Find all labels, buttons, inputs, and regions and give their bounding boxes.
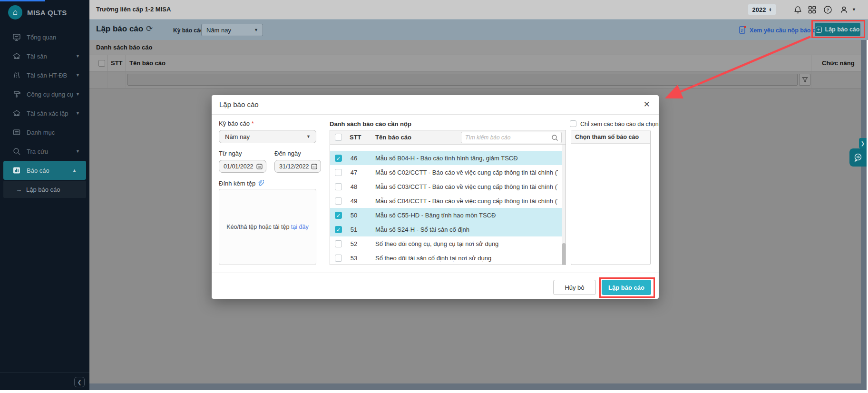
chat-expand-tab[interactable]: ❯ [859, 138, 867, 148]
sidebar-subitem-lap-bao-cao[interactable]: → Lập báo cáo [3, 181, 86, 198]
modal-period-select[interactable]: Năm nay ▼ [219, 130, 316, 143]
only-selected-checkbox[interactable] [570, 120, 576, 127]
chevron-down-icon: ▼ [76, 73, 80, 78]
modal-period-label: Kỳ báo cáo * [219, 120, 254, 127]
sidebar-item-cong-cu-dung-cu[interactable]: Công cụ dụng cụ ▼ [0, 85, 89, 104]
sidebar-item-label: Tài sản [27, 53, 47, 60]
from-date-input[interactable]: 01/01/2022 [219, 160, 266, 173]
report-name: Mẫu số C55-HD - Bảng tính hao mòn TSCĐ [375, 212, 558, 219]
report-checkbox[interactable] [335, 255, 342, 262]
reports-scrollbar[interactable] [562, 145, 566, 265]
chevron-down-icon: ▼ [306, 134, 311, 139]
select-all-reports-checkbox[interactable] [335, 134, 342, 141]
app-frame-right [861, 40, 867, 390]
report-row[interactable]: ✓ 46 Mẫu số B04-H - Báo cáo tình hình tă… [330, 151, 566, 165]
calendar-icon [256, 163, 263, 169]
funnel-icon [802, 77, 808, 83]
dropzone-text: Kéo/thả tệp hoặc tải tệp [226, 224, 289, 230]
report-search-input[interactable] [465, 134, 551, 141]
sidebar-item-tai-san-ht-db[interactable]: Tài sản HT-ĐB ▼ [0, 66, 89, 85]
upload-file-link[interactable]: tại đây [291, 224, 309, 230]
report-row[interactable]: ✓ 50 Mẫu số C55-HD - Bảng tính hao mòn T… [330, 208, 566, 222]
name-filter-input[interactable] [127, 74, 798, 86]
report-list-section-title: Danh sách báo cáo [96, 44, 152, 51]
report-checkbox[interactable]: ✓ [335, 155, 342, 162]
close-icon[interactable]: ✕ [644, 99, 650, 109]
asset-icon [12, 52, 21, 60]
misa-logo-icon: ⌂ [8, 5, 22, 20]
report-stt: 49 [348, 197, 360, 205]
reports-table-header: STT Tên báo cáo [330, 130, 566, 145]
calendar-icon [311, 163, 317, 169]
report-stt: 46 [348, 155, 360, 162]
report-row[interactable]: 49 Mẫu số C04/CCTT - Báo cáo về việc cun… [330, 194, 566, 208]
sidebar-item-label: Tra cứu [27, 148, 48, 155]
sidebar-item-bao-cao[interactable]: Báo cáo ▲ [3, 161, 86, 180]
report-row[interactable]: 53 Sổ theo dõi tài sản cố định tại nơi s… [330, 251, 566, 265]
year-selector[interactable]: 2022 ▲▼ [748, 4, 776, 15]
create-report-modal: Lập báo cáo ✕ Kỳ báo cáo * Năm nay ▼ Từ … [212, 95, 659, 299]
report-period-select[interactable]: Năm nay ▼ [201, 24, 263, 36]
report-name: Mẫu số C03/CCTT - Báo cáo về việc cung c… [375, 183, 558, 190]
report-period-value: Năm nay [206, 27, 231, 34]
year-spinner-icon[interactable]: ▲▼ [769, 8, 771, 11]
sidebar-collapse-button[interactable]: ❮ [74, 377, 85, 387]
report-row[interactable]: ✓ 51 Mẫu số S24-H - Sổ tài sản cố định [330, 222, 566, 236]
organization-name: Trường liên cấp 1-2 MISA [96, 6, 171, 13]
from-date-label: Từ ngày [219, 150, 242, 157]
report-grid-header: STT Tên báo cáo Chức năng [89, 55, 861, 71]
file-dropzone[interactable]: Kéo/thả tệp hoặc tải tệp tại đây [219, 189, 316, 265]
select-all-checkbox[interactable] [98, 60, 105, 67]
chevron-down-icon: ▼ [76, 111, 80, 116]
report-name: Sổ theo dõi tài sản cố định tại nơi sử d… [375, 255, 558, 262]
sidebar-item-tai-san-xac-lap[interactable]: Tài sản xác lập ▼ [0, 104, 89, 123]
toolbar: Lập báo cáo ⟳ Kỳ báo cáo Năm nay ▼ Xem y… [89, 19, 868, 40]
report-stt: 50 [348, 212, 360, 219]
from-date-value: 01/01/2022 [224, 163, 254, 170]
svg-text:?: ? [827, 8, 829, 12]
user-avatar-icon[interactable] [839, 5, 848, 14]
to-date-input[interactable]: 31/12/2022 [274, 160, 321, 173]
stt-column-header: STT [350, 134, 361, 141]
notification-bell-icon[interactable] [793, 5, 802, 14]
dashboard-icon [12, 33, 21, 41]
report-checkbox[interactable] [335, 197, 342, 205]
report-checkbox[interactable] [335, 169, 342, 176]
report-checkbox[interactable]: ✓ [335, 212, 342, 219]
scrollbar-thumb[interactable] [562, 243, 566, 265]
chevron-up-icon: ▲ [72, 168, 77, 173]
chat-bubble-icon [853, 153, 863, 162]
chevron-down-icon: ▼ [76, 92, 80, 97]
filter-funnel-button[interactable] [799, 74, 810, 86]
create-report-button[interactable]: + Lập báo cáo [815, 23, 860, 36]
report-checkbox[interactable]: ✓ [335, 226, 342, 233]
report-checkbox[interactable] [335, 183, 342, 190]
user-menu-caret-icon[interactable]: ▼ [852, 7, 856, 12]
report-name: Mẫu số C04/CCTT - Báo cáo về việc cung c… [375, 197, 558, 205]
reports-rows-container: ✓ 46 Mẫu số B04-H - Báo cáo tình hình tă… [330, 151, 566, 265]
report-row[interactable]: 47 Mẫu số C02/CCTT - Báo cáo về việc cun… [330, 165, 566, 179]
name-column-header: Tên báo cáo [375, 134, 411, 141]
page: { "colors": { "accent": "#29b3c9", "anno… [0, 0, 868, 393]
sidebar-item-tong-quan[interactable]: Tổng quan [0, 28, 89, 47]
chat-support-button[interactable] [849, 148, 867, 167]
sidebar-item-tra-cuu[interactable]: Tra cứu ▼ [0, 142, 89, 161]
report-search-box [461, 132, 562, 143]
report-checkbox[interactable] [335, 240, 342, 247]
refresh-icon[interactable]: ⟳ [146, 24, 153, 34]
report-row[interactable]: 48 Mẫu số C03/CCTT - Báo cáo về việc cun… [330, 179, 566, 194]
apps-grid-icon[interactable] [808, 6, 816, 14]
report-row[interactable]: 52 Sổ theo dõi công cụ, dụng cụ tại nơi … [330, 236, 566, 251]
sidebar-item-label: Tài sản HT-ĐB [27, 72, 67, 79]
report-list-section-bar: Danh sách báo cáo [89, 40, 861, 55]
report-params-title: Chọn tham số báo cáo [571, 130, 650, 144]
only-selected-label: Chỉ xem các báo cáo đã chọn [580, 121, 659, 128]
sidebar-item-tai-san[interactable]: Tài sản ▼ [0, 47, 89, 66]
help-icon[interactable]: ? [823, 5, 832, 14]
cancel-button[interactable]: Hủy bỏ [553, 280, 596, 295]
plus-icon: + [816, 27, 822, 33]
view-report-requests-link[interactable]: Xem yêu cầu nộp báo cáo [750, 27, 823, 34]
sidebar-item-danh-muc[interactable]: Danh mục [0, 123, 89, 142]
modal-create-report-button[interactable]: Lập báo cáo [602, 280, 651, 295]
sidebar-item-label: Báo cáo [27, 167, 49, 174]
